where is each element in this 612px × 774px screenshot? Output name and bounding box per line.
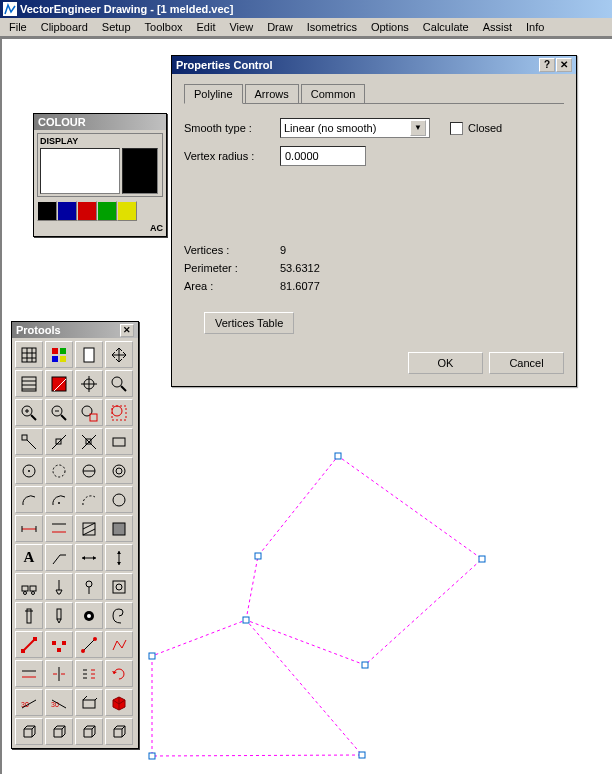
tool-block2[interactable]: [45, 573, 73, 600]
tool-rect[interactable]: [105, 428, 133, 455]
help-icon[interactable]: ?: [539, 58, 555, 72]
close-icon[interactable]: ✕: [120, 324, 134, 337]
menu-calculate[interactable]: Calculate: [416, 19, 476, 35]
svg-rect-85: [33, 637, 37, 641]
tool-hatch2[interactable]: [45, 370, 73, 397]
tool-move[interactable]: [105, 341, 133, 368]
tool-arc1[interactable]: [15, 486, 43, 513]
colour-panel-title[interactable]: COLOUR: [34, 114, 166, 130]
tool-array[interactable]: [75, 660, 103, 687]
tool-zoomfit[interactable]: [105, 370, 133, 397]
perimeter-value: 53.6312: [280, 262, 320, 274]
tool-dim1[interactable]: [15, 515, 43, 542]
menu-assist[interactable]: Assist: [476, 19, 519, 35]
tool-page[interactable]: [75, 341, 103, 368]
tool-colour[interactable]: [45, 341, 73, 368]
tool-circle3[interactable]: [75, 457, 103, 484]
tool-hatch1[interactable]: [15, 370, 43, 397]
tool-offset[interactable]: [15, 660, 43, 687]
menu-info[interactable]: Info: [519, 19, 551, 35]
tool-arc2[interactable]: [45, 486, 73, 513]
tool-iso3[interactable]: [75, 689, 103, 716]
tool-box1[interactable]: [15, 718, 43, 745]
menu-setup[interactable]: Setup: [95, 19, 138, 35]
dialog-titlebar[interactable]: Properties Control ? ✕: [172, 56, 576, 74]
tool-block5[interactable]: [75, 602, 103, 629]
vertices-table-button[interactable]: Vertices Table: [204, 312, 294, 334]
palette-black[interactable]: [37, 201, 57, 221]
ok-button[interactable]: OK: [408, 352, 483, 374]
area-value: 81.6077: [280, 280, 320, 292]
tool-arc3[interactable]: [75, 486, 103, 513]
cancel-button[interactable]: Cancel: [489, 352, 564, 374]
palette-yellow[interactable]: [117, 201, 137, 221]
tool-hatch3[interactable]: [75, 515, 103, 542]
tool-iso4[interactable]: [105, 689, 133, 716]
menu-edit[interactable]: Edit: [190, 19, 223, 35]
palette-blue[interactable]: [57, 201, 77, 221]
menu-toolbox[interactable]: Toolbox: [138, 19, 190, 35]
palette-red[interactable]: [77, 201, 97, 221]
palette-green[interactable]: [97, 201, 117, 221]
menu-view[interactable]: View: [222, 19, 260, 35]
bg-swatch[interactable]: [122, 148, 158, 194]
tool-block4[interactable]: [105, 573, 133, 600]
tool-poly2[interactable]: [105, 631, 133, 658]
tool-snapmid[interactable]: [45, 428, 73, 455]
protools-title[interactable]: Protools ✕: [12, 322, 138, 338]
tab-arrows[interactable]: Arrows: [245, 84, 299, 103]
tool-block3[interactable]: [75, 573, 103, 600]
tool-rotate[interactable]: [105, 660, 133, 687]
tool-zoomsel[interactable]: [105, 399, 133, 426]
menu-file[interactable]: File: [2, 19, 34, 35]
tool-box2[interactable]: [45, 718, 73, 745]
tool-snapend[interactable]: [15, 428, 43, 455]
tool-arc4[interactable]: [105, 486, 133, 513]
tool-spiral[interactable]: [105, 602, 133, 629]
tool-block1[interactable]: [15, 573, 43, 600]
tool-circle2[interactable]: [45, 457, 73, 484]
fg-swatch[interactable]: [40, 148, 120, 194]
tool-poly[interactable]: [45, 631, 73, 658]
tool-fill[interactable]: [105, 515, 133, 542]
tool-dimv[interactable]: [105, 544, 133, 571]
tool-leader[interactable]: [45, 544, 73, 571]
chevron-down-icon[interactable]: ▼: [410, 120, 426, 136]
close-icon[interactable]: ✕: [556, 58, 572, 72]
svg-point-27: [112, 377, 122, 387]
tool-text[interactable]: A: [15, 544, 43, 571]
tool-screw[interactable]: [45, 602, 73, 629]
tab-polyline[interactable]: Polyline: [184, 84, 243, 104]
tool-mirror[interactable]: [45, 660, 73, 687]
tool-iso1[interactable]: 30: [15, 689, 43, 716]
tool-target[interactable]: [75, 370, 103, 397]
tab-common[interactable]: Common: [301, 84, 366, 103]
menu-options[interactable]: Options: [364, 19, 416, 35]
tool-line2[interactable]: [75, 631, 103, 658]
svg-rect-17: [84, 348, 94, 362]
tool-zoomout[interactable]: [45, 399, 73, 426]
svg-line-62: [83, 523, 95, 529]
svg-rect-88: [57, 648, 61, 652]
tool-circle1[interactable]: [15, 457, 43, 484]
svg-point-55: [58, 502, 60, 504]
tool-box4[interactable]: [105, 718, 133, 745]
menu-isometrics[interactable]: Isometrics: [300, 19, 364, 35]
tool-zoomin[interactable]: [15, 399, 43, 426]
tool-dim2[interactable]: [45, 515, 73, 542]
tool-iso2[interactable]: 30: [45, 689, 73, 716]
menu-draw[interactable]: Draw: [260, 19, 300, 35]
menu-clipboard[interactable]: Clipboard: [34, 19, 95, 35]
vrad-input[interactable]: [280, 146, 366, 166]
tool-circle4[interactable]: [105, 457, 133, 484]
closed-checkbox[interactable]: [450, 122, 463, 135]
tool-snapint[interactable]: [75, 428, 103, 455]
tool-box3[interactable]: [75, 718, 103, 745]
tool-line[interactable]: [15, 631, 43, 658]
smooth-select[interactable]: Linear (no smooth) ▼: [280, 118, 430, 138]
tool-grid1[interactable]: [15, 341, 43, 368]
tool-dimlin[interactable]: [75, 544, 103, 571]
vrad-label: Vertex radius :: [184, 150, 280, 162]
tool-bolt[interactable]: [15, 602, 43, 629]
tool-zoomwin[interactable]: [75, 399, 103, 426]
